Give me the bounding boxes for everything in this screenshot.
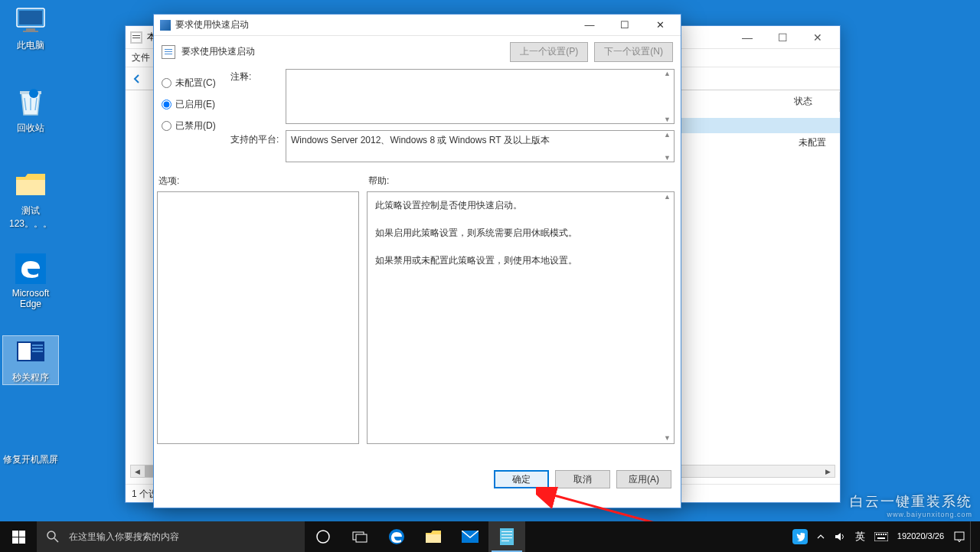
edge-taskbar-icon[interactable]: [378, 521, 415, 552]
mail-taskbar-icon[interactable]: [452, 521, 488, 552]
tray-volume-icon[interactable]: [829, 521, 851, 552]
scroll-down-icon[interactable]: ▼: [664, 116, 671, 123]
close-button[interactable]: ✕: [800, 26, 835, 48]
start-button[interactable]: [0, 521, 37, 552]
scroll-down-icon[interactable]: ▼: [664, 154, 671, 162]
svg-point-5: [29, 89, 38, 98]
tray-clock[interactable]: 19 2020/3/26: [893, 521, 949, 552]
tray-notifications-icon[interactable]: [949, 521, 970, 552]
show-desktop-button[interactable]: [970, 521, 980, 552]
minimize-button[interactable]: —: [572, 15, 607, 35]
edge-icon: [15, 253, 47, 285]
comment-label: 注释:: [230, 70, 251, 83]
svg-rect-28: [12, 531, 18, 537]
watermark-text: 白云一键重装系统: [850, 494, 972, 509]
svg-rect-39: [500, 528, 514, 545]
comment-textarea[interactable]: ▲▼: [286, 69, 675, 124]
policy-setting-dialog[interactable]: 要求使用快速启动 — ☐ ✕ 要求使用快速启动 上一个设置(P) 下一个设置(N…: [153, 14, 681, 508]
svg-rect-45: [874, 532, 888, 541]
desktop-icon-fix-boot[interactable]: 修复开机黑屏: [2, 418, 59, 466]
dialog-body: 未配置(C) 已启用(E) 已禁用(D) 注释: ▲▼ 支持的平台: Windo…: [154, 67, 681, 496]
dialog-title: 要求使用快速启动: [175, 18, 249, 31]
supported-text: Windows Server 2012、Windows 8 或 Windows …: [291, 135, 550, 145]
fix-icon: [15, 418, 47, 450]
radio-disabled[interactable]: 已禁用(D): [162, 115, 230, 136]
search-box[interactable]: 在这里输入你要搜索的内容: [37, 521, 305, 552]
svg-rect-40: [501, 531, 512, 532]
col-status[interactable]: 状态: [786, 92, 840, 112]
radio-label: 未配置(C): [175, 77, 216, 90]
dialog-titlebar[interactable]: 要求使用快速启动 — ☐ ✕: [154, 15, 681, 35]
svg-rect-10: [32, 348, 43, 349]
radio-label: 已启用(E): [175, 98, 215, 111]
svg-rect-50: [885, 534, 887, 535]
cortana-button[interactable]: [305, 521, 341, 552]
svg-rect-42: [501, 537, 512, 538]
header-title: 要求使用快速启动: [181, 45, 255, 58]
cancel-button[interactable]: 取消: [555, 470, 610, 488]
help-p2: 如果启用此策略设置，则系统需要启用休眠模式。: [375, 226, 666, 240]
task-view-button[interactable]: [341, 521, 378, 552]
scroll-right-icon[interactable]: ▶: [822, 465, 835, 477]
state-radio-group: 未配置(C) 已启用(E) 已禁用(D): [162, 72, 230, 136]
tray-app-icon[interactable]: [788, 521, 812, 552]
selected-row[interactable]: [681, 118, 840, 133]
svg-rect-25: [165, 51, 172, 52]
scroll-up-icon[interactable]: ▲: [664, 131, 671, 139]
svg-rect-24: [165, 49, 172, 50]
maximize-button[interactable]: ☐: [765, 26, 800, 48]
svg-rect-52: [955, 532, 964, 540]
desktop-icon-edge[interactable]: Microsoft Edge: [2, 253, 59, 309]
ok-button[interactable]: 确定: [494, 470, 549, 488]
svg-point-34: [317, 531, 329, 543]
radio-enabled[interactable]: 已启用(E): [162, 93, 230, 115]
tray-chevron-icon[interactable]: [812, 521, 829, 552]
scroll-down-icon[interactable]: ▼: [664, 433, 671, 444]
svg-rect-2: [26, 28, 35, 31]
svg-rect-43: [501, 541, 509, 541]
desktop-icon-shutdown[interactable]: 秒关程序: [2, 335, 59, 385]
next-setting-button[interactable]: 下一个设置(N): [594, 42, 673, 62]
scroll-left-icon[interactable]: ◀: [131, 465, 144, 477]
taskbar[interactable]: 在这里输入你要搜索的内容 英 19 2020/3/26: [0, 521, 980, 552]
svg-rect-8: [18, 343, 31, 360]
toolbar-back[interactable]: [129, 70, 145, 87]
watermark: 白云一键重装系统 www.baiyunxitong.com: [850, 492, 972, 518]
desktop-icon-recycle-bin[interactable]: 回收站: [2, 87, 59, 135]
prev-setting-button[interactable]: 上一个设置(P): [510, 42, 588, 62]
desktop-icon-this-pc[interactable]: 此电脑: [2, 4, 59, 52]
clock-date: 2020/3/26: [906, 531, 944, 541]
svg-point-32: [47, 531, 55, 539]
radio-not-configured[interactable]: 未配置(C): [162, 72, 230, 93]
svg-rect-15: [24, 428, 31, 434]
folder-icon: [15, 169, 47, 201]
svg-rect-22: [132, 38, 140, 38]
icon-label: 秒关程序: [12, 372, 49, 383]
scroll-up-icon[interactable]: ▲: [664, 192, 671, 203]
minimize-button[interactable]: —: [730, 26, 765, 48]
desktop-icon-test123[interactable]: 测试123。。。: [2, 169, 59, 230]
options-label: 选项:: [158, 175, 179, 188]
watermark-sub: www.baiyunxitong.com: [850, 511, 972, 518]
icon-label: Microsoft Edge: [12, 288, 50, 309]
svg-rect-21: [132, 35, 140, 36]
scroll-up-icon[interactable]: ▲: [664, 70, 671, 77]
search-icon: [46, 530, 60, 544]
notepad-taskbar-icon[interactable]: [488, 521, 525, 552]
clock-time: 19: [897, 531, 906, 541]
tray-ime[interactable]: 英: [851, 521, 870, 552]
column-headers: 状态: [786, 92, 840, 112]
policy-icon: [162, 45, 175, 59]
icon-label: 回收站: [17, 122, 44, 133]
svg-rect-41: [501, 534, 512, 535]
svg-rect-9: [32, 345, 43, 346]
explorer-taskbar-icon[interactable]: [415, 521, 452, 552]
supported-label: 支持的平台:: [230, 133, 279, 146]
maximize-button[interactable]: ☐: [607, 15, 642, 35]
menu-file[interactable]: 文件: [132, 51, 150, 64]
apply-button[interactable]: 应用(A): [616, 470, 671, 488]
svg-rect-13: [29, 420, 35, 426]
close-button[interactable]: ✕: [642, 15, 678, 35]
svg-rect-51: [877, 537, 885, 539]
tray-keyboard-icon[interactable]: [870, 521, 893, 552]
